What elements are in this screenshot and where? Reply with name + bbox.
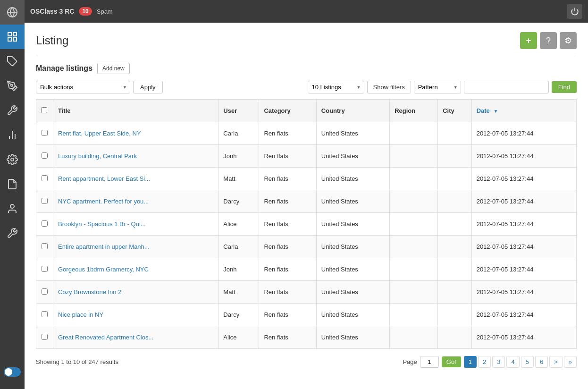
help-icon-button[interactable]: ? bbox=[540, 32, 557, 49]
row-checkbox-cell bbox=[36, 145, 53, 168]
listings-table: Title User Category Country Region City … bbox=[36, 99, 577, 349]
sidebar-item-tag[interactable] bbox=[0, 49, 25, 74]
row-title-cell: Great Renovated Apartment Clos... bbox=[53, 326, 218, 349]
find-button[interactable]: Find bbox=[552, 81, 577, 93]
col-header-category: Category bbox=[259, 100, 316, 122]
page-nav-3[interactable]: 3 bbox=[492, 356, 505, 368]
row-category-cell: Ren flats bbox=[259, 190, 316, 213]
row-checkbox[interactable] bbox=[42, 152, 48, 159]
table-row: Rent appartment, Lower East Si... Matt R… bbox=[36, 168, 577, 190]
row-title-link[interactable]: NYC apartment. Perfect for you... bbox=[58, 198, 149, 205]
page-nav-4[interactable]: 4 bbox=[506, 356, 519, 368]
row-checkbox[interactable] bbox=[42, 266, 48, 272]
row-city-cell bbox=[438, 236, 471, 258]
row-title-link[interactable]: Cozy Brownstone Inn 2 bbox=[58, 288, 121, 296]
row-checkbox[interactable] bbox=[42, 198, 48, 204]
table-row: Gorgeous 1bdrm Gramercy, NYC Jonh Ren fl… bbox=[36, 258, 577, 281]
toolbar-right: 10 Listings Show filters Pattern Find bbox=[308, 81, 577, 93]
row-checkbox[interactable] bbox=[42, 243, 48, 249]
row-title-link[interactable]: Rent appartment, Lower East Si... bbox=[58, 175, 150, 182]
row-checkbox-cell bbox=[36, 190, 53, 213]
add-new-button[interactable]: Add new bbox=[97, 63, 130, 74]
page-nav-6[interactable]: 6 bbox=[535, 356, 548, 368]
spam-count-badge[interactable]: 10 bbox=[79, 7, 92, 16]
row-region-cell bbox=[390, 304, 438, 326]
row-checkbox[interactable] bbox=[42, 288, 48, 295]
col-header-checkbox bbox=[36, 100, 53, 122]
row-city-cell bbox=[438, 122, 471, 145]
content-area: Listing + ? ⚙ Manage listings Add new Bu… bbox=[25, 23, 588, 389]
pagination-info: Showing 1 to 10 of 247 results bbox=[36, 358, 118, 365]
row-checkbox[interactable] bbox=[42, 220, 48, 227]
page-nav-last[interactable]: » bbox=[564, 356, 577, 368]
svg-point-11 bbox=[11, 158, 14, 161]
svg-rect-4 bbox=[8, 38, 11, 41]
row-date-cell: 2012-07-05 13:27:44 bbox=[471, 236, 576, 258]
row-title-cell: Gorgeous 1bdrm Gramercy, NYC bbox=[53, 258, 218, 281]
bulk-actions-select[interactable]: Bulk actions bbox=[36, 81, 130, 93]
row-title-link[interactable]: Gorgeous 1bdrm Gramercy, NYC bbox=[58, 266, 149, 273]
select-all-checkbox[interactable] bbox=[41, 107, 47, 113]
page-nav-5[interactable]: 5 bbox=[521, 356, 534, 368]
sidebar-item-document[interactable] bbox=[0, 172, 25, 196]
row-title-link[interactable]: Great Renovated Apartment Clos... bbox=[58, 334, 153, 341]
sidebar-item-tools[interactable] bbox=[0, 98, 25, 123]
row-checkbox-cell bbox=[36, 236, 53, 258]
pagination-bar: Showing 1 to 10 of 247 results Page Go! … bbox=[36, 351, 577, 372]
table-row: Rent flat, Upper East Side, NY Carla Ren… bbox=[36, 122, 577, 145]
page-nav-2[interactable]: 2 bbox=[478, 356, 491, 368]
table-row: Brooklyn - Spacious 1 Br - Qui... Alice … bbox=[36, 213, 577, 236]
sidebar-item-edit[interactable] bbox=[0, 74, 25, 98]
row-region-cell bbox=[390, 281, 438, 304]
go-button[interactable]: Go! bbox=[442, 356, 461, 367]
sort-arrow-icon: ▼ bbox=[493, 109, 498, 114]
row-date-cell: 2012-07-05 13:27:44 bbox=[471, 190, 576, 213]
sidebar-item-toggle[interactable] bbox=[0, 360, 25, 384]
row-city-cell bbox=[438, 326, 471, 349]
pattern-select[interactable]: Pattern bbox=[414, 81, 461, 93]
row-title-link[interactable]: Brooklyn - Spacious 1 Br - Qui... bbox=[58, 220, 146, 228]
row-title-cell: Rent appartment, Lower East Si... bbox=[53, 168, 218, 190]
table-row: Luxury building, Central Park Jonh Ren f… bbox=[36, 145, 577, 168]
row-title-cell: Entire apartment in upper Manh... bbox=[53, 236, 218, 258]
row-category-cell: Ren flats bbox=[259, 168, 316, 190]
row-user-cell: Darcy bbox=[218, 190, 259, 213]
row-checkbox[interactable] bbox=[42, 175, 48, 181]
sidebar-item-wrench[interactable] bbox=[0, 221, 25, 245]
sidebar-item-user[interactable] bbox=[0, 196, 25, 221]
settings-icon-button[interactable]: ⚙ bbox=[560, 32, 577, 49]
sidebar-item-globe[interactable] bbox=[0, 0, 25, 25]
sidebar-item-chart[interactable] bbox=[0, 123, 25, 147]
row-title-cell: Luxury building, Central Park bbox=[53, 145, 218, 168]
row-title-cell: NYC apartment. Perfect for you... bbox=[53, 190, 218, 213]
row-title-link[interactable]: Rent flat, Upper East Side, NY bbox=[58, 130, 141, 137]
row-checkbox[interactable] bbox=[42, 311, 48, 317]
col-header-title: Title bbox=[53, 100, 218, 122]
apply-button[interactable]: Apply bbox=[133, 81, 163, 93]
search-input[interactable] bbox=[464, 81, 549, 93]
pattern-wrapper: Pattern bbox=[414, 81, 461, 93]
row-title-link[interactable]: Luxury building, Central Park bbox=[58, 152, 137, 160]
col-header-date[interactable]: Date ▼ bbox=[471, 100, 576, 122]
show-filters-button[interactable]: Show filters bbox=[367, 81, 411, 93]
bulk-actions-wrapper: Bulk actions bbox=[36, 81, 130, 93]
svg-point-7 bbox=[11, 85, 13, 86]
page-nav-next[interactable]: > bbox=[549, 356, 563, 368]
row-checkbox-cell bbox=[36, 122, 53, 145]
table-row: Great Renovated Apartment Clos... Alice … bbox=[36, 326, 577, 349]
add-icon-button[interactable]: + bbox=[520, 32, 537, 49]
sidebar-item-list[interactable] bbox=[0, 25, 25, 49]
row-checkbox-cell bbox=[36, 258, 53, 281]
row-checkbox[interactable] bbox=[42, 334, 48, 340]
page-nav-1[interactable]: 1 bbox=[464, 356, 477, 368]
page-number-input[interactable] bbox=[420, 356, 439, 368]
row-city-cell bbox=[438, 213, 471, 236]
power-button[interactable] bbox=[567, 4, 582, 19]
row-checkbox[interactable] bbox=[42, 130, 48, 136]
row-title-link[interactable]: Entire apartment in upper Manh... bbox=[58, 243, 150, 250]
row-date-cell: 2012-07-05 13:27:44 bbox=[471, 326, 576, 349]
row-title-link[interactable]: Nice place in NY bbox=[58, 311, 103, 318]
sidebar-item-settings[interactable] bbox=[0, 147, 25, 172]
per-page-select[interactable]: 10 Listings bbox=[308, 81, 364, 93]
row-checkbox-cell bbox=[36, 168, 53, 190]
